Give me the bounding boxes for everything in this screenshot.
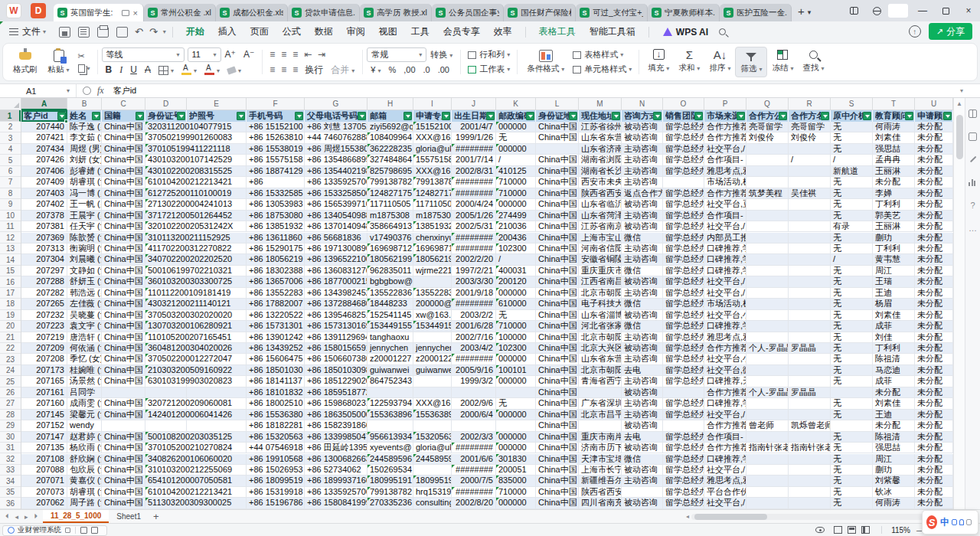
file-tab[interactable]: S公务员国企事业单 bbox=[432, 4, 504, 21]
row-header-33[interactable]: 33 bbox=[0, 465, 21, 476]
menu-效率[interactable]: 效率 bbox=[487, 21, 519, 42]
filter-dropdown-button[interactable] bbox=[526, 112, 534, 120]
cell-R14[interactable] bbox=[789, 254, 831, 265]
cell-R6[interactable] bbox=[789, 166, 831, 177]
menu-页面[interactable]: 页面 bbox=[243, 21, 276, 42]
row-header-9[interactable]: 9 bbox=[0, 199, 21, 210]
cell-Q30[interactable] bbox=[746, 432, 789, 443]
cell-B26[interactable]: 吕同学 bbox=[67, 387, 102, 398]
cell-N11[interactable]: 被动咨询 bbox=[622, 221, 663, 232]
file-tab[interactable]: S医护五险一金.xlsx bbox=[720, 4, 792, 21]
cell-C29[interactable] bbox=[102, 420, 145, 431]
cell-Q17[interactable] bbox=[746, 288, 789, 299]
cell-T23[interactable]: 陈祖清 bbox=[873, 354, 915, 364]
cell-Q24[interactable] bbox=[746, 365, 789, 376]
underline-button[interactable]: U bbox=[126, 64, 141, 76]
cell-O14[interactable]: 留学总经办 bbox=[663, 254, 704, 265]
filter-dropdown-button[interactable] bbox=[442, 112, 450, 120]
cell-S20[interactable]: 无 bbox=[831, 321, 873, 332]
cell-D26[interactable] bbox=[145, 387, 187, 398]
cell-C10[interactable]: China中国 bbox=[102, 211, 145, 221]
cell-R10[interactable] bbox=[789, 211, 831, 221]
cell-M14[interactable]: 安徽省铜陵 bbox=[579, 254, 622, 265]
scroll-left-icon[interactable]: ◂ bbox=[686, 513, 689, 520]
cell-G6[interactable]: +86 1354402198 bbox=[305, 166, 368, 177]
cell-M20[interactable]: 河北省张家 bbox=[579, 321, 622, 332]
cell-O3[interactable]: 留学总经办 bbox=[663, 132, 704, 143]
cell-C34[interactable]: China中国 bbox=[102, 476, 145, 486]
cell-D35[interactable]: 610104200212213421 bbox=[145, 487, 187, 498]
row-header-17[interactable]: 17 bbox=[0, 288, 21, 299]
cell-F33[interactable]: +86 15026953 bbox=[247, 465, 305, 476]
cell-T13[interactable]: 丁利利 bbox=[873, 243, 915, 254]
cell-K11[interactable]: 210036 bbox=[496, 221, 536, 232]
cell-Q11[interactable] bbox=[746, 221, 789, 232]
cell-I23[interactable]: z20001227 bbox=[413, 354, 452, 364]
cell-C28[interactable]: China中国 bbox=[102, 410, 145, 420]
cell-G23[interactable]: +86 1506607386 bbox=[305, 354, 368, 364]
filter-dropdown-button[interactable] bbox=[863, 112, 871, 120]
column-header-O[interactable]: O bbox=[663, 98, 704, 110]
cell-M23[interactable]: 山东省东营 bbox=[579, 354, 622, 364]
cell-D18[interactable]: 430321200211140121 bbox=[145, 299, 187, 309]
cell-T24[interactable]: 马恋迪 bbox=[873, 365, 915, 376]
cell-S27[interactable]: 无 bbox=[831, 398, 873, 409]
cell-D29[interactable] bbox=[145, 420, 187, 431]
cell-H6[interactable]: 825798695 bbox=[368, 166, 413, 177]
cell-C9[interactable]: China中国 bbox=[102, 199, 145, 210]
cell-U6[interactable]: 未分配 bbox=[915, 166, 953, 177]
select-all-corner[interactable] bbox=[0, 98, 21, 110]
cell-G9[interactable]: +86 1565399710 bbox=[305, 199, 368, 210]
cell-N12[interactable]: 微信 bbox=[622, 233, 663, 243]
column-header-F[interactable]: F bbox=[247, 98, 305, 110]
file-tab[interactable]: S成都公积金.xlsx bbox=[216, 4, 288, 21]
header-cell-N[interactable]: 咨询方式 bbox=[622, 110, 663, 122]
cell-O27[interactable]: 留学总经办 bbox=[663, 398, 704, 409]
menu-工具[interactable]: 工具 bbox=[404, 21, 436, 42]
cell-A36[interactable]: 207062 bbox=[21, 498, 67, 508]
cell-O34[interactable]: 留学总经办 bbox=[663, 476, 704, 486]
cell-F9[interactable]: +86 13053983 bbox=[247, 199, 305, 210]
cell-A18[interactable]: 207265 bbox=[21, 299, 67, 309]
comma-style-button[interactable]: ,00 bbox=[400, 64, 419, 75]
cell-M17[interactable]: 北京市朝阳 bbox=[579, 288, 622, 299]
cell-L5[interactable]: China中国 bbox=[536, 155, 579, 165]
cell-H21[interactable]: tanghaoxu bbox=[368, 332, 413, 343]
cell-A25[interactable]: 207165 bbox=[21, 376, 67, 387]
cell-B27[interactable]: 成雨雯 (女 bbox=[67, 398, 102, 409]
cell-M36[interactable]: 四川省南充 bbox=[579, 498, 622, 508]
cell-U10[interactable]: 未分配 bbox=[915, 211, 953, 221]
cell-P22[interactable]: 合作方推荐 bbox=[704, 343, 746, 354]
horizontal-scroll-thumb[interactable] bbox=[694, 514, 767, 520]
cell-P2[interactable]: 合作方推荐 bbox=[704, 122, 746, 132]
cell-O31[interactable]: 留学总经办 bbox=[663, 443, 704, 453]
cell-L18[interactable]: China中国 bbox=[536, 299, 579, 309]
wrap-text-button[interactable]: 换行 bbox=[301, 63, 327, 77]
cell-P12[interactable]: 内部员工推 bbox=[704, 233, 746, 243]
cell-K17[interactable]: 000000 bbox=[496, 288, 536, 299]
cell-F17[interactable]: +86 13552283 bbox=[247, 288, 305, 299]
cell-I11[interactable]: 138519326 bbox=[413, 221, 452, 232]
cell-R35[interactable] bbox=[789, 487, 831, 498]
page-layout-view-icon[interactable] bbox=[848, 526, 856, 534]
row-header-24[interactable]: 24 bbox=[0, 365, 21, 376]
cell-H2[interactable]: ziyi5692@q bbox=[368, 122, 413, 132]
cell-O7[interactable] bbox=[663, 177, 704, 188]
clear-format-button[interactable]: ▾ bbox=[224, 64, 245, 76]
workspace-layout-icon[interactable] bbox=[842, 1, 865, 21]
cell-G26[interactable]: +86 1859518772 bbox=[305, 387, 368, 398]
cell-Q4[interactable] bbox=[746, 144, 789, 155]
cell-S15[interactable]: 无 bbox=[831, 266, 873, 276]
cell-D13[interactable]: 411702200312270822 bbox=[145, 243, 187, 254]
cell-N13[interactable]: 主动咨询 bbox=[622, 243, 663, 254]
cell-D22[interactable]: 360481200304020026 bbox=[145, 343, 187, 354]
cell-B21[interactable]: 唐浩轩 (男 bbox=[67, 332, 102, 343]
cell-B25[interactable]: 汤景然 (女 bbox=[67, 376, 102, 387]
cell-H5[interactable]: 327484864 bbox=[368, 155, 413, 165]
cell-P34[interactable]: 雅思考点,雅 bbox=[704, 476, 746, 486]
cell-B35[interactable]: 胡睿琪 (女 bbox=[67, 487, 102, 498]
cell-H31[interactable]: xyevents@ bbox=[368, 443, 413, 453]
cell-C11[interactable]: China中国 bbox=[102, 221, 145, 232]
cell-T21[interactable]: 刘佳 bbox=[873, 332, 915, 343]
cell-L2[interactable]: China中国 bbox=[536, 122, 579, 132]
